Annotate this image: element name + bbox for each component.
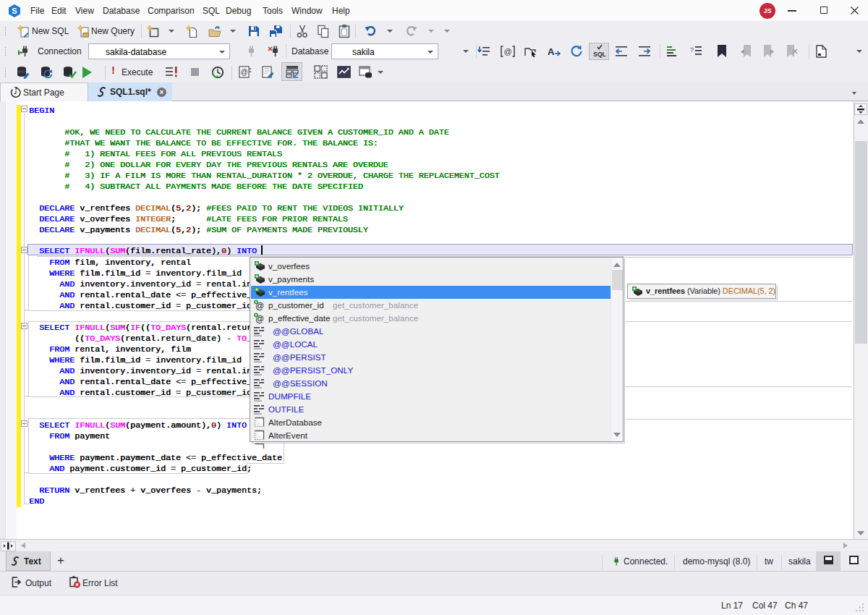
svg-text:SQL: SQL (593, 51, 605, 58)
svg-text:@: @ (240, 68, 247, 76)
svg-text:?: ? (690, 46, 694, 54)
svg-text:A: A (548, 46, 555, 57)
svg-text:S: S (12, 7, 17, 15)
svg-text:@: @ (503, 47, 511, 56)
